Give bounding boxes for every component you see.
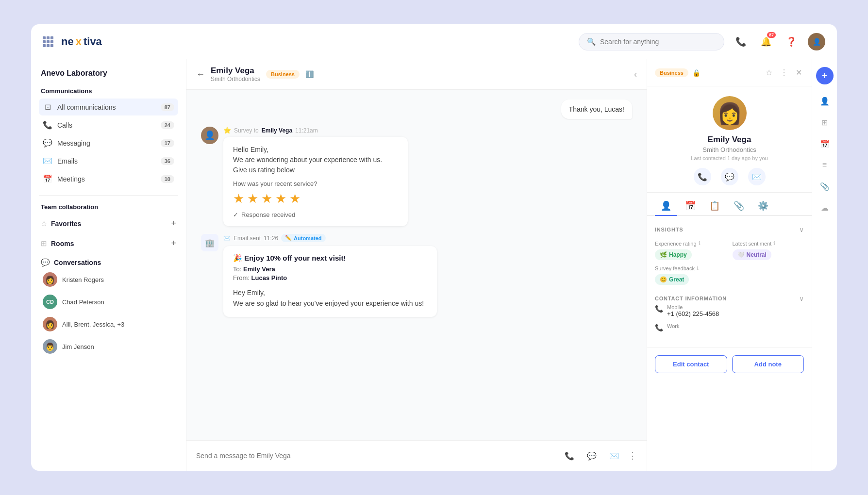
email-to: To: Emily Vera (233, 265, 427, 273)
close-panel-btn[interactable]: ✕ (794, 66, 804, 79)
tab-attachment[interactable]: 📎 (728, 197, 750, 216)
chat-info-icon[interactable]: ℹ️ (305, 70, 314, 78)
email-message: 🏢 ✉️ Email sent 11:26 ✏️ Automated (201, 234, 632, 317)
msg-thank-you: Thank you, Lucas! (201, 99, 632, 119)
insights-section: INSIGHTS ∨ Experience rating ℹ 🌿 Happy (655, 224, 804, 285)
tab-settings[interactable]: ⚙️ (752, 197, 774, 216)
star-4: ★ (275, 191, 286, 206)
right-panel: Business 🔒 ☆ ⋮ ✕ 👩 Emily Vega Smith Orth… (647, 59, 812, 471)
chat-input[interactable] (196, 452, 555, 460)
sidebar-item-meetings[interactable]: 📅 Meetings 10 (39, 170, 178, 187)
user-avatar[interactable]: 👤 (808, 33, 825, 50)
sidebar-item-all-communications[interactable]: ⊡ All communications 87 (39, 99, 178, 116)
conversation-alli[interactable]: 👩 Alli, Brent, Jessica, +3 (39, 314, 178, 335)
notification-badge: 87 (767, 32, 776, 38)
sidebar-item-emails[interactable]: ✉️ Emails 36 (39, 152, 178, 169)
team-collab-title: Team collaboration (39, 203, 178, 211)
tab-calendar[interactable]: 📅 (679, 197, 701, 216)
work-details: Work (667, 323, 679, 329)
sidebar-item-calls[interactable]: 📞 Calls 24 (39, 116, 178, 133)
chat-header: ← Emily Vega Smith Orthodontics Business… (186, 59, 647, 90)
star-1: ★ (233, 191, 244, 206)
icon-bar-attach[interactable]: 📎 (816, 178, 834, 195)
tab-person[interactable]: 👤 (655, 197, 677, 216)
conversation-kristen[interactable]: 👩 Kristen Rogers (39, 269, 178, 290)
star-5: ★ (289, 191, 300, 206)
survey-feedback-badge: 😊 Great (655, 274, 689, 285)
icon-bar-grid[interactable]: ⊞ (816, 114, 834, 131)
email-input-btn[interactable]: ✉️ (606, 447, 622, 464)
contact-org: Smith Orthodontics (702, 146, 756, 153)
contact-email-btn[interactable]: ✉️ (748, 168, 766, 185)
star-3: ★ (261, 191, 272, 206)
rooms-header[interactable]: ⊞ Rooms + (39, 236, 178, 250)
insights-title: INSIGHTS (655, 227, 683, 232)
contact-chat-btn[interactable]: 💬 (721, 168, 738, 185)
fab-add-btn[interactable]: + (816, 67, 834, 84)
jim-avatar: 👨 (43, 339, 57, 354)
icon-bar-list[interactable]: ≡ (816, 156, 834, 174)
favorites-header[interactable]: ☆ Favorites + (39, 216, 178, 231)
mobile-value: +1 (602) 225-4568 (667, 310, 719, 317)
email-meta: ✉️ Email sent 11:26 ✏️ Automated (223, 234, 632, 242)
conversation-jim[interactable]: 👨 Jim Jenson (39, 336, 178, 357)
conversations-label: Conversations (54, 259, 101, 266)
email-card: 🎉 Enjoy 10% off your next visit! To: Emi… (223, 246, 437, 317)
insights-header[interactable]: INSIGHTS ∨ (655, 224, 804, 235)
survey-feedback-label: Survey feedback ℹ (655, 265, 804, 271)
more-options-btn[interactable]: ⋮ (628, 450, 637, 461)
email-from: From: Lucas Pinto (233, 274, 427, 281)
sidebar-divider (39, 195, 178, 196)
icon-bar-cloud[interactable]: ☁ (816, 199, 834, 216)
panel-tabs: 👤 📅 📋 📎 ⚙️ (647, 193, 812, 216)
edit-contact-button[interactable]: Edit contact (655, 355, 727, 373)
conversation-chad[interactable]: CD Chad Peterson (39, 291, 178, 313)
latest-sentiment-badge: 🤍 Neutral (733, 249, 771, 260)
contact-call-btn[interactable]: 📞 (694, 168, 711, 185)
call-input-btn[interactable]: 📞 (561, 447, 578, 464)
icon-bar-person[interactable]: 👤 (816, 92, 834, 110)
email-body: Hey Emily, We are so glad to hear you've… (233, 287, 427, 309)
logo[interactable]: nextiva (61, 35, 102, 48)
chat-input-btn[interactable]: 💬 (584, 447, 600, 464)
add-rooms-btn[interactable]: + (171, 238, 176, 248)
calls-icon: 📞 (43, 120, 52, 130)
chat-messages: Thank you, Lucas! 👤 ⭐ Survey to Emily Ve… (186, 90, 647, 440)
conversations-icon: 💬 (41, 258, 50, 267)
alli-name: Alli, Brent, Jessica, +3 (62, 321, 124, 328)
chat-contact-name: Emily Vega (211, 66, 260, 76)
search-bar[interactable]: 🔍 (579, 33, 724, 50)
avatar-icon: 👤 (813, 38, 821, 46)
notification-btn[interactable]: 🔔 87 (757, 33, 775, 50)
outgoing-bubble: Thank you, Lucas! (561, 99, 632, 119)
email-icon-small: ✉️ (223, 235, 231, 242)
contact-info-section: CONTACT INFORMATION ∨ 📞 Mobile +1 (602) … (655, 293, 804, 331)
bell-icon: 🔔 (761, 36, 771, 47)
add-favorites-btn[interactable]: + (171, 218, 176, 229)
survey-recipient: Emily Vega (262, 127, 292, 134)
favorites-section: ☆ Favorites + (39, 216, 178, 231)
survey-greeting: Hello Emily, (233, 145, 398, 155)
collapse-panel-btn[interactable]: ‹ (634, 69, 637, 80)
add-note-button[interactable]: Add note (732, 355, 804, 373)
tab-list[interactable]: 📋 (703, 197, 726, 216)
contact-info-title: CONTACT INFORMATION (655, 296, 727, 301)
help-btn[interactable]: ❓ (783, 33, 800, 50)
star-btn[interactable]: ☆ (764, 66, 774, 79)
experience-rating-item: Experience rating ℹ 🌿 Happy (655, 240, 727, 260)
sidebar-item-messaging[interactable]: 💬 Messaging 17 (39, 134, 178, 151)
grid-menu-icon[interactable] (43, 36, 53, 47)
insights-chevron: ∨ (799, 226, 804, 233)
survey-body: We are wondering about your experience w… (233, 155, 398, 175)
sidebar: Anevo Laboratory Communications ⊡ All co… (31, 59, 186, 471)
kristen-avatar: 👩 (43, 272, 57, 287)
search-input[interactable] (600, 38, 716, 46)
contact-info-header[interactable]: CONTACT INFORMATION ∨ (655, 293, 804, 304)
more-panel-btn[interactable]: ⋮ (778, 66, 790, 79)
back-button[interactable]: ← (196, 69, 205, 80)
sidebar-label-messaging: Messaging (57, 139, 156, 147)
contact-actions: 📞 💬 ✉️ (694, 168, 766, 185)
phone-icon-btn[interactable]: 📞 (732, 33, 750, 50)
icon-bar-calendar[interactable]: 📅 (816, 135, 834, 152)
conversations-header: 💬 Conversations (39, 256, 178, 269)
